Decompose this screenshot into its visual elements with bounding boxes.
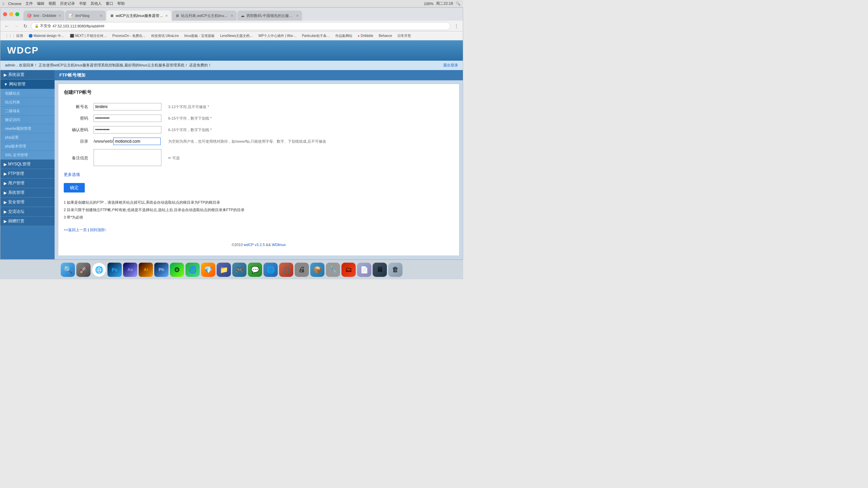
sidebar-item-rewrite[interactable]: rewrite规则管理 [0,124,55,133]
window-close-button[interactable] [3,12,7,16]
field-value-username [91,101,165,113]
bookmark-portfolio[interactable]: 作品集网站 [333,33,354,39]
sidebar-item-php-settings[interactable]: php设置 [0,133,55,142]
bookmark-daily[interactable]: 日常开荒 [395,33,413,39]
tab-close-icon[interactable]: ✕ [296,14,299,18]
sidebar: ▶ 系统设置 ▼ 网站管理 创建站点 站点列表 二级域名 验证访问 rewrit… [0,70,55,259]
sidebar-section-donate[interactable]: ▶ 捐赠打赏 [0,217,55,226]
bookmark-apps[interactable]: ⋮⋮⋮ 应用 [3,33,25,39]
menu-help[interactable]: 帮助 [117,1,125,6]
dock-photoshop2[interactable]: Ph [154,263,169,277]
tab-close-icon[interactable]: ✕ [231,14,233,18]
dock-music[interactable]: 🎵 [279,263,293,277]
menu-button[interactable]: ⋮ [453,23,460,29]
sidebar-item-ssl[interactable]: SSL 证书管理 [0,151,55,160]
sidebar-section-mysql[interactable]: ▶ MYSQL管理 [0,160,55,169]
menu-other[interactable]: 其他人 [91,1,102,6]
search-icon[interactable]: 🔍 [456,1,460,6]
tab-label: wdCP云主机linux服务器管理… [116,13,163,18]
menu-view[interactable]: 视图 [48,1,56,6]
top-link[interactable]: 回到顶部↑ [90,228,107,232]
dock-photoshop[interactable]: Ps [107,263,122,277]
bookmark-behance[interactable]: Behance [377,33,394,38]
confirm-password-input[interactable] [94,126,161,134]
back-link[interactable]: <<返回上一页 [64,228,87,232]
dock-tool[interactable]: 🔧 [326,263,340,277]
window-minimize-button[interactable] [9,12,13,16]
password-input[interactable] [94,115,161,122]
apple-icon[interactable]:  [3,2,4,6]
dock-chrome[interactable]: 🌐 [92,263,106,277]
tab-close-icon[interactable]: ✕ [100,14,102,18]
tab-sites[interactable]: 🖥 站点列表,wdCP云主机linux服… ✕ [172,11,237,21]
menu-bookmarks[interactable]: 书签 [79,1,86,6]
bookmark-processon[interactable]: ProcessOn - 免费在… [110,33,147,39]
logout-link[interactable]: 退出登录 [443,63,458,68]
window-maximize-button[interactable] [15,12,19,16]
tab-dribbble[interactable]: 🎯 limi - Dribbble ✕ [23,11,64,21]
sidebar-section-forum[interactable]: ▶ 交流论坛 [0,207,55,217]
tab-wdcp-active[interactable]: 🖥 wdCP云主机linux服务器管理… ✕ [106,11,171,21]
menu-edit[interactable]: 编辑 [37,1,44,6]
dock-illustrator[interactable]: Ai [139,263,153,277]
dock-trash[interactable]: 🗑 [388,263,402,277]
sidebar-section-security[interactable]: ▶ 安全管理 [0,198,55,207]
tab-close-icon[interactable]: ✕ [165,14,168,18]
clock: 周二22:18 [436,1,453,6]
tab-blog[interactable]: 📝 limi*blog ✕ [65,11,106,21]
dock-wechat[interactable]: 💬 [248,263,262,277]
bookmark-material[interactable]: 🔵 Material design 中… [26,33,66,39]
tab-close-icon[interactable]: ✕ [58,14,61,18]
dock-docs[interactable]: 📄 [357,263,371,277]
footer-wdlinux-link[interactable]: WDlinux [272,243,286,247]
dock-launchpad[interactable]: 🚀 [76,263,91,277]
app-chrome[interactable]: Chrome [8,2,21,6]
sidebar-section-ftp[interactable]: ▶ FTP管理 [0,169,55,179]
bookmark-wp[interactable]: WP个人中心插件 | Wor… [256,33,298,39]
dock-app1[interactable]: ⚙ [170,263,184,277]
sidebar-section-system-mgmt[interactable]: ▶ 系统管理 [0,188,55,198]
chrome-titlebar: 🎯 limi - Dribbble ✕ 📝 limi*blog ✕ 🖥 wdCP… [0,8,463,21]
bookmark-ultralinx[interactable]: 科技资讯 UltraLinx [149,33,181,39]
sidebar-section-users[interactable]: ▶ 用户管理 [0,179,55,188]
sidebar-item-subdomain[interactable]: 二级域名 [0,107,55,116]
address-bar[interactable]: 🔒 不安全 47.52.103.112:8080/ftp/add### [31,22,451,30]
dock-store[interactable]: 📦 [310,263,324,277]
dock-aftereffects[interactable]: Ae [123,263,137,277]
footer-wdcp-link[interactable]: wdCP v3.2.5 [244,243,265,247]
dock-print[interactable]: 🖨 [295,263,309,277]
dock-finder[interactable]: 🔍 [61,263,75,277]
back-button[interactable]: ← [3,23,11,29]
dock-ftp[interactable]: 🗂 [341,263,356,277]
tab-cloud[interactable]: ☁ 西部数码-中国领先的云服务器… ✕ [237,11,302,21]
more-options-link[interactable]: 更多选项 [64,172,454,178]
sidebar-section-website[interactable]: ▼ 网站管理 [0,80,55,89]
dock-monitor[interactable]: 🖥 [373,263,387,277]
dock-browser[interactable]: 🌐 [263,263,278,277]
dock-game[interactable]: 🎮 [232,263,246,277]
bookmark-lensnews[interactable]: LensNews主题文档… [218,33,255,39]
sidebar-item-auth[interactable]: 验证访问 [0,116,55,124]
notes-textarea[interactable] [94,149,161,166]
sidebar-item-php-version[interactable]: php版本管理 [0,142,55,151]
sidebar-item-sites-list[interactable]: 站点列表 [0,98,55,107]
bookmark-linux[interactable]: linux面板 - 宝塔面板 [182,33,217,39]
directory-input[interactable] [113,138,161,145]
username-input[interactable] [94,103,161,110]
arrow-icon: ▶ [4,73,7,77]
dock-app3[interactable]: 💎 [201,263,215,277]
bookmark-dribbble[interactable]: ● Dribbble [356,33,375,38]
bookmark-next[interactable]: ⬛ NEXT | 不错任任何… [68,33,109,39]
submit-button[interactable]: 确定 [64,183,85,192]
menu-file[interactable]: 文件 [25,1,33,6]
menu-window[interactable]: 窗口 [106,1,113,6]
reload-button[interactable]: ↻ [22,23,29,29]
bookmark-label: NEXT | 不错任任何… [75,34,107,38]
menu-history[interactable]: 历史记录 [60,1,75,6]
sidebar-item-create-site[interactable]: 创建站点 [0,89,55,98]
dock-app4[interactable]: 📁 [217,263,231,277]
sidebar-section-system[interactable]: ▶ 系统设置 [0,70,55,80]
dock-app2[interactable]: 🌀 [185,263,200,277]
bookmark-particular[interactable]: Particular粒子条… [300,33,332,39]
forward-button[interactable]: → [13,23,20,29]
